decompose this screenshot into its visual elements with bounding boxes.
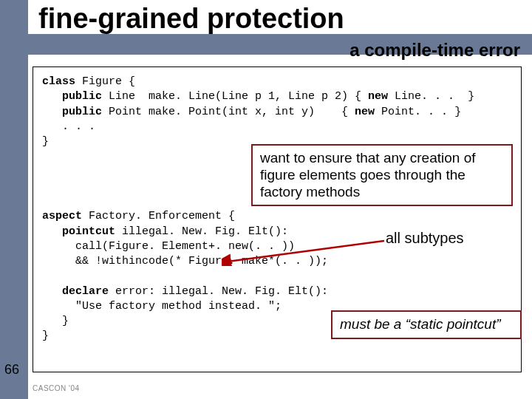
code-text: . . . bbox=[42, 120, 95, 133]
footer-text: CASCON '04 bbox=[33, 384, 80, 392]
kw-public: public bbox=[42, 106, 102, 118]
code-text: && !withincode(* Figure. make*(. . )); bbox=[42, 255, 328, 267]
code-text: call(Figure. Element+. new(. . )) bbox=[42, 240, 295, 253]
code-text: "Use factory method instead. "; bbox=[42, 300, 282, 313]
code-text: } bbox=[42, 135, 49, 148]
kw-pointcut: pointcut bbox=[42, 225, 115, 238]
slide-subtitle: a compile-time error bbox=[349, 40, 520, 61]
code-text: error: illegal. New. Fig. Elt(): bbox=[109, 285, 328, 298]
kw-class: class bbox=[42, 75, 75, 88]
callout-factory-methods: want to ensure that any creation of figu… bbox=[251, 144, 513, 206]
code-text: Point. . . } bbox=[375, 106, 461, 118]
code-text: } bbox=[42, 330, 49, 342]
kw-aspect: aspect bbox=[42, 210, 82, 222]
code-text: Line make. Line(Line p 1, Line p 2) { bbox=[102, 90, 368, 103]
slide: fine-grained protection a compile-time e… bbox=[0, 0, 532, 399]
kw-public: public bbox=[42, 90, 102, 103]
code-text: } bbox=[42, 315, 69, 327]
code-text: Figure { bbox=[75, 75, 135, 88]
callout-static-pointcut: must be a “static pointcut” bbox=[331, 310, 522, 339]
code-text: Point make. Point(int x, int y) { bbox=[102, 106, 355, 118]
code-text: Line. . . } bbox=[388, 90, 474, 103]
kw-declare: declare bbox=[42, 285, 109, 298]
kw-new: new bbox=[368, 90, 388, 103]
code-text: Factory. Enforcement { bbox=[82, 210, 235, 222]
kw-new: new bbox=[355, 106, 375, 118]
label-all-subtypes: all subtypes bbox=[386, 230, 464, 247]
left-accent-bar bbox=[0, 0, 28, 399]
code-text: illegal. New. Fig. Elt(): bbox=[115, 225, 288, 238]
slide-number: 66 bbox=[4, 362, 19, 378]
slide-title: fine-grained protection bbox=[38, 3, 344, 35]
